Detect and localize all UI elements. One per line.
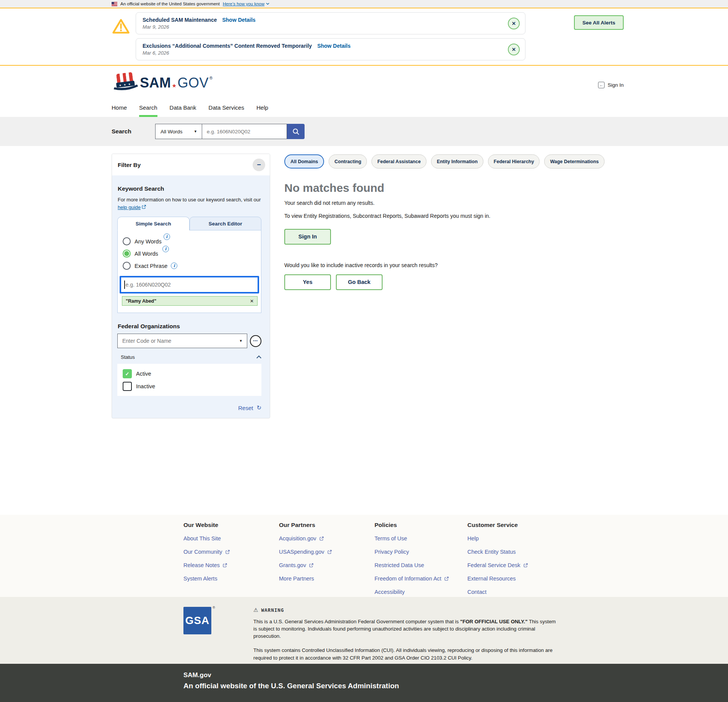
footer-column-policies: Policies Terms of Use Privacy Policy Res… (375, 522, 467, 602)
global-search-input[interactable] (202, 124, 287, 139)
collapse-filters-button[interactable]: − (253, 159, 265, 171)
warning-paragraph-2: This system contains Controlled Unclassi… (253, 647, 559, 661)
alert-date: Mar 6, 2026 (143, 50, 350, 56)
search-submit-button[interactable] (287, 124, 305, 139)
footer-link[interactable]: Check Entity Status (467, 549, 582, 555)
keyword-match-option[interactable]: Exact Phrase i (123, 262, 259, 270)
footer-link[interactable]: External Resources (467, 576, 582, 582)
status-section-header[interactable]: Status (121, 354, 261, 360)
org-more-options-button[interactable]: ••• (250, 335, 261, 347)
footer-link[interactable]: Help (467, 535, 582, 541)
keyword-search-input[interactable]: e.g. 1606N020Q02 (120, 276, 259, 293)
main-content: Filter By − Keyword Search For more info… (0, 154, 728, 515)
status-label: Status (121, 354, 135, 360)
footer-link[interactable]: System Alerts (183, 576, 279, 582)
help-guide-link[interactable]: help guide (118, 204, 146, 210)
see-all-alerts-button[interactable]: See All Alerts (574, 15, 624, 30)
footer-link[interactable]: More Partners (279, 576, 375, 582)
domain-pill[interactable]: Contracting (329, 154, 367, 169)
federal-organizations-heading: Federal Organizations (118, 323, 261, 330)
footer-link-label: Privacy Policy (375, 549, 409, 555)
domain-pill[interactable]: Entity Information (431, 154, 483, 169)
footer-column-heading: Our Website (183, 522, 279, 529)
alert-show-details-link[interactable]: Show Details (317, 43, 350, 49)
footer-link[interactable]: Privacy Policy (375, 549, 467, 555)
radio-button[interactable] (123, 250, 131, 258)
chevron-up-icon (256, 355, 261, 360)
federal-organizations-combobox[interactable]: Enter Code or Name ▼ (117, 334, 247, 348)
alert-title: Scheduled SAM Maintenance (143, 17, 217, 23)
arrow-left-icon: ← (599, 83, 603, 87)
footer-links: Acquisition.gov USASpending.gov Grants.g… (279, 535, 375, 582)
status-option[interactable]: ✓ Inactive (123, 382, 256, 391)
footer-identifier: SAM.gov An official website of the U.S. … (0, 664, 728, 702)
keyword-tab-label: Search Editor (209, 221, 242, 227)
info-icon[interactable]: i (162, 246, 169, 252)
svg-text:★: ★ (123, 83, 126, 86)
keyword-match-option[interactable]: Any Words i (123, 237, 259, 245)
sign-in-button[interactable]: Sign In (284, 229, 331, 245)
domain-pill[interactable]: All Domains (284, 154, 324, 169)
nav-item-label: Data Services (209, 104, 244, 111)
keyword-tab[interactable]: Search Editor (190, 217, 262, 230)
help-guide-label: help guide (118, 204, 141, 210)
federal-organizations-row: Enter Code or Name ▼ ••• (117, 334, 261, 348)
footer-link[interactable]: USASpending.gov (279, 549, 375, 555)
search-bar-label: Search (112, 128, 134, 135)
chip-remove-button[interactable]: ✕ (250, 298, 254, 304)
refresh-icon: ↻ (256, 404, 261, 411)
reset-filters-link[interactable]: Reset (238, 405, 253, 411)
search-icon (292, 128, 300, 135)
nav-item[interactable]: Search (139, 99, 157, 117)
external-link-icon (225, 550, 230, 554)
footer-link[interactable]: Contact (467, 589, 582, 595)
nav-item[interactable]: Data Bank (170, 99, 196, 117)
how-you-know-link[interactable]: Here’s how you know (223, 2, 269, 6)
radio-label: All Words (135, 251, 158, 257)
radio-button[interactable] (123, 262, 131, 270)
footer-link[interactable]: Terms of Use (375, 535, 467, 541)
site-header: ★ ★ ★ SAM ★ GOV ® ← Sign In (0, 66, 728, 99)
footer-column-our-website: Our Website About This Site Our Communit… (183, 522, 279, 602)
inactive-records-question: Would you like to include inactive recor… (284, 262, 624, 268)
radio-label: Exact Phrase (135, 263, 167, 269)
nav-item[interactable]: Help (256, 99, 268, 117)
alert-close-button[interactable]: ✕ (508, 44, 520, 55)
domain-pill[interactable]: Wage Determinations (544, 154, 604, 169)
keyword-match-option[interactable]: All Words i (123, 250, 259, 258)
keyword-tab[interactable]: Simple Search (117, 217, 190, 230)
footer-link[interactable]: Grants.gov (279, 562, 375, 568)
checkbox[interactable]: ✓ (123, 369, 132, 378)
sam-gov-logo[interactable]: ★ ★ ★ SAM ★ GOV ® (112, 72, 213, 94)
footer-link[interactable]: Our Community (183, 549, 279, 555)
footer-link[interactable]: Accessibility (375, 589, 467, 595)
footer-link[interactable]: Acquisition.gov (279, 535, 375, 541)
go-back-button[interactable]: Go Back (336, 274, 383, 290)
alert-close-button[interactable]: ✕ (508, 18, 520, 29)
radio-button[interactable] (123, 237, 131, 245)
footer-link-label: Grants.gov (279, 562, 306, 568)
footer-column-our-partners: Our Partners Acquisition.gov USASpending… (279, 522, 375, 602)
status-options: ✓ Active ✓ Inactive (117, 364, 261, 396)
domain-pill[interactable]: Federal Hierarchy (488, 154, 540, 169)
nav-item[interactable]: Home (112, 99, 127, 117)
footer-link[interactable]: Freedom of Information Act (375, 576, 467, 582)
logo-gov: GOV (178, 75, 209, 91)
info-icon[interactable]: i (171, 263, 177, 269)
alert-date: Mar 9, 2026 (143, 24, 256, 30)
header-sign-in-link[interactable]: ← Sign In (598, 82, 624, 88)
checkbox[interactable]: ✓ (123, 382, 132, 391)
footer-link[interactable]: Release Notes (183, 562, 279, 568)
yes-button[interactable]: Yes (284, 274, 331, 290)
info-icon[interactable]: i (164, 233, 170, 240)
footer-link[interactable]: Restricted Data Use (375, 562, 467, 568)
footer-link[interactable]: About This Site (183, 535, 279, 541)
nav-item[interactable]: Data Services (209, 99, 244, 117)
footer-link[interactable]: Federal Service Desk (467, 562, 582, 568)
domain-pill[interactable]: Federal Assistance (371, 154, 426, 169)
domain-pill-label: All Domains (290, 159, 318, 164)
status-option[interactable]: ✓ Active (123, 369, 256, 378)
search-scope-select[interactable]: All Words ▼ (155, 124, 202, 139)
alert-show-details-link[interactable]: Show Details (222, 17, 255, 23)
footer-link-label: Restricted Data Use (375, 562, 424, 568)
